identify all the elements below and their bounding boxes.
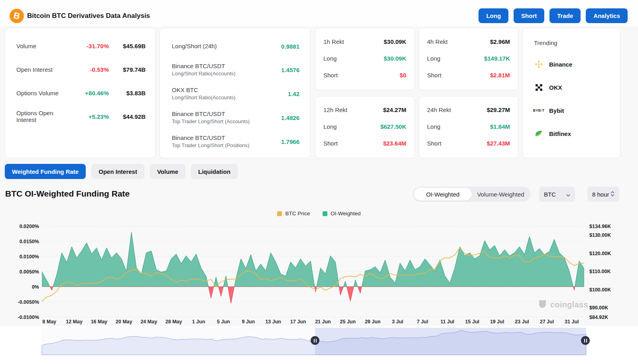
interval-select[interactable]: 8 hour — [587, 187, 619, 202]
ratio-value: 1.4826 — [268, 114, 299, 121]
right-axis-tick: $84.92K — [589, 315, 608, 320]
ratio-labels: Binance BTC/USDTLong/Short Ratio(Account… — [172, 62, 268, 77]
x-axis-tick: 15 Jul — [465, 319, 479, 325]
trending-card: Trending BinanceOKXBYBITBybitBitfinex — [522, 28, 620, 158]
long-short-ratios-card: Long/Short (24h)0.9881Binance BTC/USDTLo… — [160, 28, 310, 158]
legend-label: BTC Price — [285, 211, 310, 216]
right-axis-tick: $130.00K — [589, 232, 611, 238]
left-axis-tick: 0.0150% — [20, 239, 39, 244]
x-axis-tick: 29 Jun — [365, 319, 381, 325]
watermark-label: coinglass — [550, 300, 588, 309]
legend-swatch-icon — [277, 211, 282, 216]
rekt-row-label: Short — [323, 72, 400, 79]
header-button-analytics[interactable]: Analytics — [586, 8, 628, 23]
header-buttons: LongShortTradeAnalytics — [478, 8, 628, 23]
market-row: Open Interest-0.53%$79.74B — [16, 63, 146, 76]
x-axis-tick: 27 Jul — [540, 319, 554, 325]
navigator-handle-right[interactable] — [581, 336, 590, 345]
metric-value: $3.83B — [109, 90, 146, 96]
x-axis-tick: 20 May — [116, 319, 132, 325]
ratio-label: Binance BTC/USDT — [172, 134, 268, 142]
navigator-handle-left[interactable] — [311, 336, 319, 345]
rekt-row-value: $23.64M — [383, 140, 406, 147]
trending-item-binance[interactable]: Binance — [534, 58, 610, 70]
navigator-selected-range[interactable] — [315, 328, 586, 355]
rekt-row-value: $30.09K — [384, 55, 406, 62]
binance-icon — [534, 60, 543, 69]
trending-item-name: Bitfinex — [549, 130, 571, 137]
trending-item-bybit[interactable]: BYBITBybit — [534, 104, 610, 116]
header-button-long[interactable]: Long — [478, 8, 508, 23]
tab-open-interest[interactable]: Open Interest — [91, 164, 144, 179]
metric-label: Options Open Interest — [16, 110, 72, 123]
left-axis-tick: 0.0200% — [20, 224, 39, 229]
legend-item-oi-weighted[interactable]: OI-Weighted — [323, 211, 361, 216]
rekt-row-value: $627.50K — [380, 123, 406, 130]
ratio-row: Long/Short (24h)0.9881 — [172, 39, 299, 53]
rekt-short-row: Short$2.81M — [427, 70, 510, 80]
rekt-row-label: Short — [427, 140, 487, 147]
legend-swatch-icon — [323, 211, 327, 216]
ratio-labels: Long/Short (24h) — [172, 42, 268, 50]
ratio-sublabel: Long/Short Ratio(Accounts) — [172, 94, 268, 101]
ratio-labels: Binance BTC/USDTTop Trader Long/Short (A… — [172, 110, 268, 125]
trending-item-name: Bybit — [549, 107, 564, 114]
symbol-select[interactable]: BTC — [539, 187, 575, 202]
market-stats-card: Volume-31.70%$45.69BOpen Interest-0.53%$… — [5, 28, 156, 158]
rekt-row-label: 1h Rekt — [323, 38, 384, 45]
okx-icon — [534, 84, 543, 91]
trending-item-bitfinex[interactable]: Bitfinex — [534, 128, 610, 140]
rekt-short-row: Short$23.64M — [323, 138, 406, 148]
x-axis-tick: 5 Jun — [217, 319, 230, 325]
rekt-row-label: 12h Rekt — [323, 106, 383, 113]
tab-weighted-funding-rate[interactable]: Weighted Funding Rate — [5, 164, 86, 179]
rekt-row-value: $30.09K — [384, 38, 406, 45]
rekt-row-value: $24.27M — [383, 106, 406, 113]
rekt-row-value: $1.84M — [490, 123, 510, 130]
chart-legend: BTC PriceOI-Weighted — [0, 211, 638, 216]
rekt-column-1: 1h Rekt$30.09KLong$30.09KShort$012h Rekt… — [315, 28, 415, 158]
toggle-option-volume-weighted[interactable]: Volume-Weighted — [472, 188, 530, 201]
up-down-arrows-icon — [610, 191, 614, 198]
header-button-trade[interactable]: Trade — [549, 8, 581, 23]
rekt-total-row: 12h Rekt$24.27M — [323, 104, 406, 115]
rekt-row-label: Long — [427, 55, 484, 62]
ratio-labels: OKX BTCLong/Short Ratio(Accounts) — [172, 86, 268, 101]
x-axis-tick: 19 Jul — [490, 319, 504, 325]
rekt-row-label: 4h Rekt — [427, 38, 490, 45]
header-button-short[interactable]: Short — [514, 8, 544, 23]
watermark: coinglass — [538, 299, 588, 311]
rekt-row-value: $27.43M — [487, 140, 510, 147]
tab-volume[interactable]: Volume — [150, 164, 185, 179]
ratio-row: Binance BTC/USDTTop Trader Long/Short (A… — [172, 110, 299, 125]
symbol-select-value: BTC — [544, 191, 556, 198]
chart-tabs: Weighted Funding RateOpen InterestVolume… — [5, 164, 238, 179]
tab-liquidation[interactable]: Liquidation — [191, 164, 238, 179]
legend-item-btc-price[interactable]: BTC Price — [277, 211, 310, 216]
trending-item-okx[interactable]: OKX — [534, 81, 610, 93]
caret-down-icon — [566, 191, 570, 198]
metric-label: Options Volume — [16, 90, 72, 96]
toggle-option-oi-weighted[interactable]: OI-Weighted — [414, 188, 472, 201]
ratio-label: Binance BTC/USDT — [172, 110, 268, 118]
x-axis-tick: 28 May — [165, 319, 182, 325]
rekt-row-label: Short — [323, 140, 383, 147]
x-axis-tick: 23 Jul — [515, 319, 529, 325]
trending-title: Trending — [534, 39, 610, 46]
bitcoin-icon: B — [10, 9, 24, 23]
rekt-row-label: Short — [427, 72, 490, 79]
rekt-total-row: 1h Rekt$30.09K — [323, 36, 406, 47]
ratio-label: OKX BTC — [172, 86, 268, 94]
ratio-value: 1.7966 — [268, 138, 299, 145]
rekt-card-12h: 12h Rekt$24.27MLong$627.50KShort$23.64M — [315, 96, 415, 158]
rekt-total-row: 4h Rekt$2.96M — [427, 36, 510, 47]
x-axis-tick: 31 Jul — [565, 319, 579, 325]
x-axis-tick: 25 Jun — [340, 319, 356, 325]
x-axis-tick: 9 Jun — [242, 319, 255, 325]
ratio-sublabel: Long/Short Ratio(Accounts) — [172, 70, 268, 77]
range-navigator[interactable] — [0, 326, 638, 364]
legend-label: OI-Weighted — [331, 211, 361, 216]
page-title: Bitcoin BTC Derivatives Data Analysis — [27, 12, 150, 20]
ratio-label: Long/Short (24h) — [172, 42, 268, 50]
left-axis-tick: 0.0050% — [20, 269, 39, 275]
